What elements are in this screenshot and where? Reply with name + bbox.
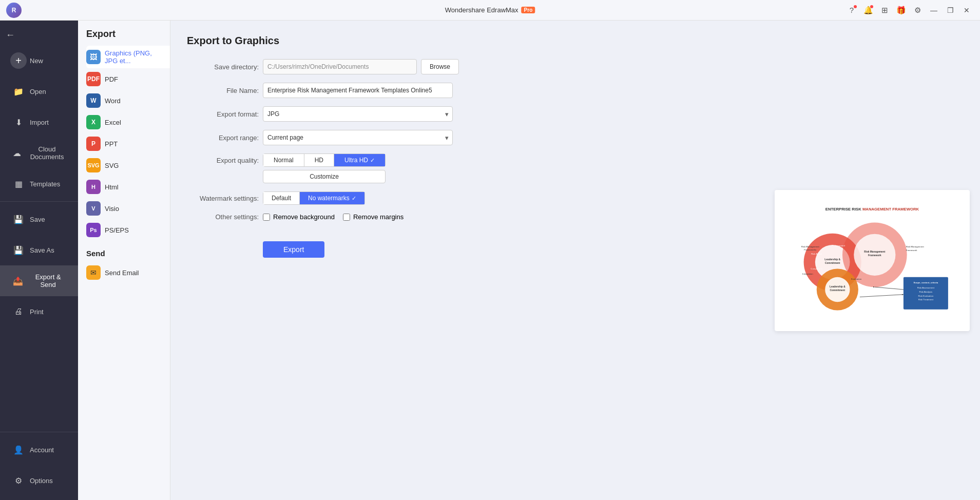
sidebar-item-print[interactable]: 🖨 Print [0,296,78,327]
titlebar: R Wondershare EdrawMax Pro ? 🔔 ⊞ 🎁 ⚙ — ❐… [0,0,980,21]
watermark-default-btn[interactable]: Default [263,192,300,204]
svg-line-29 [875,287,904,290]
svg-text:Evaluation: Evaluation [851,277,862,280]
export-item-html[interactable]: H Html [86,176,170,198]
export-button[interactable]: Export [263,241,324,258]
save-directory-label: Save directory: [187,63,259,71]
sidebar-item-templates[interactable]: ▦ Templates [0,168,78,199]
back-button[interactable]: ← [0,25,21,45]
customize-button[interactable]: Customize [263,170,386,183]
svg-text:ENTERPRISE RISK MANAGEMENT FRA: ENTERPRISE RISK MANAGEMENT FRAMEWORK [825,207,919,211]
titlebar-title: Wondershare EdrawMax Pro [445,6,535,14]
avatar[interactable]: R [6,3,22,18]
send-email-label: Send Email [105,269,139,277]
save-directory-input[interactable] [263,59,417,74]
visio-label: Visio [105,205,119,213]
export-range-label: Export range: [187,134,259,142]
send-email-icon: ✉ [86,265,101,280]
sidebar-print-label: Print [30,308,44,316]
export-format-row: Export format: PNG JPG BMP SVG PDF [187,106,748,122]
browse-button[interactable]: Browse [421,59,459,74]
svg-text:Risk Treatment: Risk Treatment [918,298,934,301]
quality-hd-btn[interactable]: HD [304,154,334,166]
apps-icon[interactable]: ⊞ [877,3,892,17]
export-range-wrapper: Current page All pages Selected pages [263,130,453,145]
maximize-button[interactable]: ❐ [943,3,957,17]
remove-background-checkbox[interactable] [263,214,270,221]
quality-normal-btn[interactable]: Normal [263,154,304,166]
ppt-icon: P [86,137,101,151]
export-item-visio[interactable]: V Visio [86,198,170,219]
svg-text:Commitment: Commitment [825,261,840,264]
export-item-ppt[interactable]: P PPT [86,133,170,155]
export-btn-row: Export [263,229,748,258]
sidebar-item-save[interactable]: 💾 Save [0,204,78,235]
file-name-row: File Name: [187,83,748,98]
sidebar-cloud-label: Cloud Documents [26,145,68,161]
export-format-select[interactable]: PNG JPG BMP SVG PDF [263,106,453,122]
export-format-label: Export format: [187,110,259,118]
sidebar-item-open[interactable]: 📁 Open [0,76,78,107]
notification-icon[interactable]: 🔔 [861,3,875,17]
remove-margins-label: Remove margins [353,213,403,221]
quality-group: Normal HD Ultra HD [263,153,386,167]
pdf-icon: PDF [86,72,101,86]
file-name-input[interactable] [263,83,453,98]
sidebar-item-options[interactable]: ⚙ Options [0,465,78,496]
export-range-row: Export range: Current page All pages Sel… [187,130,748,145]
excel-icon: X [86,115,101,129]
watermark-label: Watermark settings: [187,195,259,202]
watermark-none-btn[interactable]: No watermarks [300,192,364,204]
main-layout: ← + New 📁 Open ⬇ Import ☁ Cloud Document… [0,21,980,500]
remove-margins-item[interactable]: Remove margins [343,213,403,221]
remove-margins-checkbox[interactable] [343,214,350,221]
sidebar-item-account[interactable]: 👤 Account [0,434,78,465]
close-button[interactable]: ✕ [959,3,974,17]
export-item-send-email[interactable]: ✉ Send Email [86,262,170,283]
pseps-icon: Ps [86,223,101,237]
help-icon[interactable]: ? [844,3,859,17]
export-range-select[interactable]: Current page All pages Selected pages [263,130,453,145]
sidebar: ← + New 📁 Open ⬇ Import ☁ Cloud Document… [0,21,78,500]
titlebar-actions: ? 🔔 ⊞ 🎁 ⚙ — ❐ ✕ [844,3,974,17]
export-item-graphics[interactable]: 🖼 Graphics (PNG, JPG et... [86,46,170,68]
svg-label: SVG [105,162,119,169]
svg-text:Risk Assessment: Risk Assessment [917,286,935,289]
svg-text:Leadership &: Leadership & [824,258,840,260]
export-item-pdf[interactable]: PDF PDF [86,68,170,90]
word-icon: W [86,93,101,108]
svg-text:Risk Action: Risk Action [811,253,822,255]
sidebar-item-cloud[interactable]: ☁ Cloud Documents [0,138,78,168]
export-item-svg[interactable]: SVG SVG [86,155,170,176]
gift-icon[interactable]: 🎁 [894,3,908,17]
minimize-button[interactable]: — [927,3,941,17]
sidebar-import-label: Import [30,119,49,126]
other-settings-label: Other settings: [187,213,259,221]
remove-background-item[interactable]: Remove background [263,213,335,221]
preview-panel: ENTERPRISE RISK MANAGEMENT FRAMEWORK Lea… [764,21,980,500]
svg-text:Integrated: Integrated [835,244,845,246]
sidebar-save-label: Save [30,216,45,223]
graphics-icon: 🖼 [86,50,101,64]
sidebar-options-label: Options [30,477,53,485]
html-label: Html [105,183,119,191]
svg-text:Commitment: Commitment [830,289,846,291]
sidebar-item-new[interactable]: + New [0,45,78,76]
word-label: Word [105,97,121,105]
export-item-excel[interactable]: X Excel [86,111,170,133]
watermark-row: Watermark settings: Default No watermark… [187,191,748,205]
preview-container: ENTERPRISE RISK MANAGEMENT FRAMEWORK Lea… [775,190,970,331]
quality-ultrahd-btn[interactable]: Ultra HD [334,154,385,166]
export-item-word[interactable]: W Word [86,90,170,111]
svg-icon: SVG [86,158,101,172]
settings-icon[interactable]: ⚙ [910,3,925,17]
svg-text:Risk Management: Risk Management [801,245,820,247]
export-item-pseps[interactable]: Ps PS/EPS [86,219,170,241]
other-settings-row: Other settings: Remove background Remove… [187,213,748,221]
sidebar-item-import[interactable]: ⬇ Import [0,107,78,138]
sidebar-account-label: Account [30,446,54,454]
preview-diagram: ENTERPRISE RISK MANAGEMENT FRAMEWORK Lea… [783,198,962,321]
sidebar-open-label: Open [30,88,46,95]
sidebar-item-export-send[interactable]: 📤 Export & Send [0,265,78,296]
sidebar-item-save-as[interactable]: 💾 Save As [0,235,78,265]
